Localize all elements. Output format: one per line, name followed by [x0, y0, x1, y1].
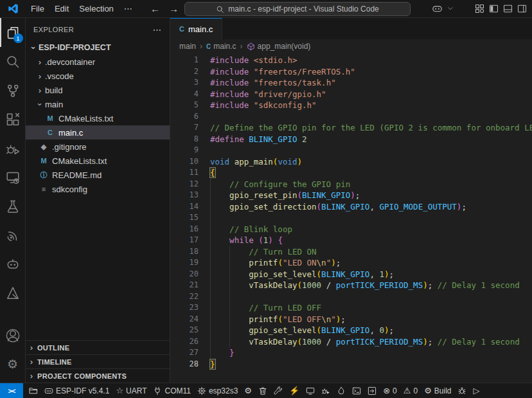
run-debug-icon[interactable]: [0, 134, 26, 163]
testing-icon[interactable]: [0, 192, 26, 221]
tree-item-cmakelists-txt[interactable]: MCMakeLists.txt: [26, 111, 170, 125]
statusbar-cmake-launch[interactable]: ▷: [470, 383, 483, 398]
tree-item-label: .gitignore: [52, 142, 86, 152]
statusbar-build-flash-monitor[interactable]: [333, 383, 349, 398]
gear-icon: ⚙: [244, 386, 252, 395]
statusbar-problems-warnings[interactable]: ⚠0: [400, 383, 421, 398]
code-line-21: 21 vTaskDelay(1000 / portTICK_PERIOD_MS)…: [170, 280, 532, 291]
statusbar-serial-port[interactable]: COM11: [150, 383, 193, 398]
toggle-secondary-sidebar-icon[interactable]: [517, 4, 527, 14]
code-line-8: 8#define BLINK_GPIO 2: [170, 134, 532, 145]
customize-layout-icon[interactable]: [475, 4, 484, 14]
chevron-right-icon: ›: [26, 343, 37, 352]
remote-indicator[interactable]: ><: [0, 383, 23, 398]
accounts-icon[interactable]: [0, 321, 26, 350]
statusbar-problems-errors[interactable]: ⊗0: [380, 383, 400, 398]
menu-[interactable]: ⋯: [119, 2, 137, 15]
tree-item-esp-idf-project[interactable]: ›ESP-IDF-PROJECT: [26, 41, 170, 55]
explorer-icon[interactable]: 1: [0, 18, 26, 47]
statusbar-menuconfig[interactable]: ⚙: [241, 383, 255, 398]
menu-bar: FileEditSelection⋯: [26, 2, 137, 15]
statusbar-cmake-debug[interactable]: [454, 383, 470, 398]
code-line-15: 15: [170, 212, 532, 224]
breadcrumb-item-2[interactable]: app_main(void): [247, 42, 311, 51]
code-line-3: 3#include "freertos/task.h": [170, 77, 532, 89]
statusbar-cmake-build[interactable]: ⚙Build: [421, 383, 454, 398]
git-icon: ◆: [39, 143, 49, 151]
back-icon[interactable]: ←: [150, 3, 160, 14]
statusbar-custom-task[interactable]: [364, 383, 380, 398]
copilot-icon[interactable]: [432, 3, 443, 14]
statusbar-build-tool[interactable]: [270, 383, 286, 398]
command-center-search[interactable]: main.c - esp-idf-project - Visual Studio…: [184, 2, 411, 16]
tab-label: main.c: [188, 24, 213, 34]
gear-icon: ⚙: [424, 386, 432, 395]
esp-idf-icon[interactable]: [0, 221, 26, 249]
tree-item--vscode[interactable]: ›.vscode: [26, 69, 170, 83]
breadcrumb-item-1[interactable]: Cmain.c: [206, 42, 236, 51]
tree-item-main[interactable]: ›main: [26, 97, 170, 111]
vscode-logo-icon: [8, 3, 19, 15]
sidebar-title: EXPLORER: [33, 26, 74, 33]
code-line-1: 1#include <stdio.h>: [170, 55, 532, 66]
source-control-icon[interactable]: [0, 76, 26, 105]
section-outline[interactable]: ›OUTLINE: [26, 340, 170, 354]
cmake-icon[interactable]: [0, 278, 26, 307]
wrench-icon: [274, 386, 283, 395]
menu-edit[interactable]: Edit: [49, 2, 74, 15]
tree-item--devcontainer[interactable]: ›.devcontainer: [26, 55, 170, 69]
tree-item-readme-md[interactable]: ⓘREADME.md: [26, 168, 170, 182]
remote-explorer-icon[interactable]: [0, 163, 26, 192]
code-line-24: 24 printf("LED OFF\n");: [170, 314, 532, 325]
titlebar-right-icons: [432, 3, 527, 14]
tree-item-cmakelists-txt[interactable]: MCMakeLists.txt: [26, 154, 170, 168]
warning-icon: ⚠: [403, 386, 411, 395]
code-line-20: 20 gpio_set_level(BLINK_GPIO, 1);: [170, 269, 532, 280]
statusbar-full-clean[interactable]: [255, 383, 270, 398]
tree-item-label: README.md: [52, 170, 102, 180]
bug-icon: [457, 386, 466, 395]
more-actions-icon[interactable]: ⋯: [153, 24, 162, 35]
statusbar-espidf-terminal[interactable]: [349, 383, 364, 398]
settings-icon[interactable]: ⚙: [0, 350, 26, 379]
tree-item-build[interactable]: ›build: [26, 83, 170, 97]
cmake-icon: M: [39, 157, 49, 165]
statusbar-espidf-folder[interactable]: [26, 383, 41, 398]
search-icon: [216, 5, 224, 14]
editor-group: C main.c main›Cmain.c›app_main(void) 1#i…: [170, 18, 532, 383]
statusbar-debug-device[interactable]: [318, 383, 333, 398]
menu-file[interactable]: File: [26, 2, 49, 15]
search-icon[interactable]: [0, 47, 26, 76]
info-icon: ⓘ: [39, 170, 49, 180]
chevron-down-icon[interactable]: [447, 5, 454, 12]
code-line-27: 27 }: [170, 347, 532, 359]
tree-item-label: build: [45, 86, 62, 95]
breadcrumb-item-0[interactable]: main: [179, 42, 196, 51]
section-timeline[interactable]: ›TIMELINE: [26, 354, 170, 368]
forward-icon[interactable]: →: [169, 3, 179, 14]
code-editor[interactable]: 1#include <stdio.h>2#include "freertos/F…: [170, 53, 532, 383]
section-project-components[interactable]: ›PROJECT COMPONENTS: [26, 368, 170, 383]
code-line-18: 18 // Turn LED ON: [170, 246, 532, 258]
code-line-17: 17 while (1) {: [170, 235, 532, 246]
statusbar-espidf-version[interactable]: ESP-IDF v5.4.1: [41, 383, 112, 398]
chat-icon[interactable]: [0, 249, 26, 278]
tree-item-sdkconfig[interactable]: ≡sdkconfig: [26, 182, 170, 196]
tree-item-main-c[interactable]: Cmain.c: [26, 125, 170, 140]
config-icon: ≡: [39, 185, 49, 193]
tab-main-c[interactable]: C main.c: [170, 18, 222, 39]
error-icon: ⊗: [383, 386, 390, 395]
code-line-28: 28}: [170, 359, 532, 370]
menu-selection[interactable]: Selection: [74, 2, 118, 15]
toggle-panel-icon[interactable]: [503, 4, 513, 14]
trash-icon: [258, 386, 267, 395]
statusbar-flash-method[interactable]: ☆UART: [112, 383, 150, 398]
statusbar-monitor[interactable]: [303, 383, 318, 398]
tree-item--gitignore[interactable]: ◆.gitignore: [26, 140, 170, 154]
code-line-5: 5#include "sdkconfig.h": [170, 100, 532, 111]
chevron-right-icon: ›: [35, 86, 45, 95]
statusbar-flash[interactable]: ⚡: [286, 383, 303, 398]
toggle-primary-sidebar-icon[interactable]: [489, 4, 499, 14]
extensions-icon[interactable]: [0, 105, 26, 134]
statusbar-device-target[interactable]: esp32s3: [194, 383, 241, 398]
